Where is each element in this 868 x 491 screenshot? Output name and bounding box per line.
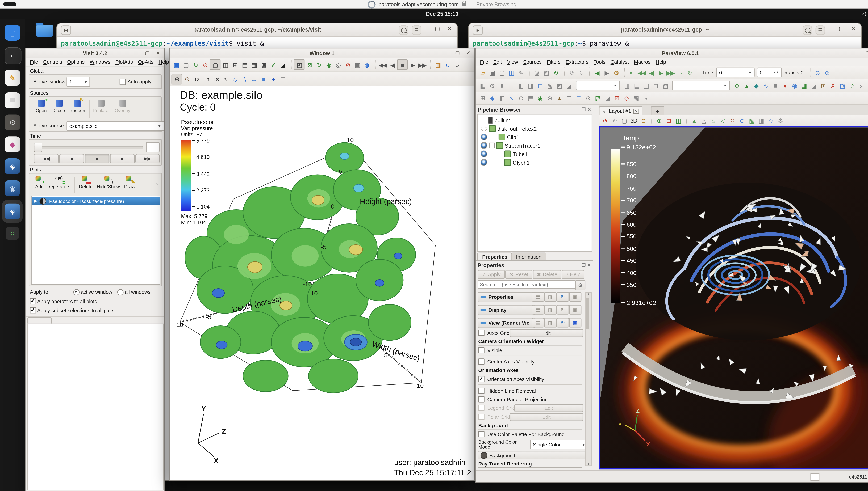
- center-rotation-icon[interactable]: ◨: [756, 116, 766, 125]
- camera-off-icon[interactable]: ⊘: [343, 60, 353, 69]
- search-button[interactable]: [399, 25, 408, 35]
- help-button[interactable]: ?Help: [562, 270, 584, 279]
- menu-controls[interactable]: Controls: [43, 59, 62, 64]
- source-cube-icon[interactable]: ▨: [532, 68, 541, 77]
- save-data-icon[interactable]: ▣: [487, 68, 497, 77]
- rescale-range-icon[interactable]: ⇕: [497, 81, 506, 90]
- save-view-icon[interactable]: ▣: [569, 318, 581, 327]
- plot-list-item-selected[interactable]: ▶ Pseudocolor - Isosurface(pressure): [32, 197, 160, 205]
- close-button[interactable]: ✕: [850, 25, 857, 32]
- home-folder-icon[interactable]: [36, 25, 53, 37]
- dock-icon-visit-active[interactable]: ◈: [4, 203, 20, 219]
- add-glyph-icon[interactable]: ⊕: [732, 81, 741, 90]
- time-prev-frame-button[interactable]: ◀◀: [34, 154, 59, 164]
- save-display-icon[interactable]: ▣: [569, 305, 581, 315]
- representation-combo[interactable]: ▼: [672, 81, 730, 90]
- close-button[interactable]: ✕: [156, 50, 160, 56]
- threshold-icon[interactable]: ≣: [771, 81, 780, 90]
- copy-properties-icon[interactable]: ▤: [532, 292, 544, 301]
- zoom-to-selection-icon[interactable]: ⊕: [822, 68, 832, 77]
- close-button[interactable]: ✕: [446, 25, 453, 32]
- fullframe-globe-icon[interactable]: ◍: [362, 60, 372, 69]
- box-tool-icon[interactable]: ■: [259, 74, 269, 84]
- choose-preset-icon[interactable]: ◩: [554, 81, 564, 90]
- set-view-nx-icon[interactable]: △: [699, 116, 708, 125]
- camera-redo-icon[interactable]: ▶: [602, 68, 611, 77]
- select-points-icon[interactable]: ◇: [621, 93, 631, 103]
- sphere-tool-icon[interactable]: ●: [269, 74, 278, 84]
- menu-tools[interactable]: Tools: [593, 59, 605, 64]
- maximize-button[interactable]: ▢: [837, 25, 845, 32]
- open-source-button[interactable]: + Open: [33, 100, 50, 122]
- paste-display-icon[interactable]: ▥: [544, 305, 557, 315]
- slice-icon[interactable]: ◉: [789, 81, 799, 90]
- layout-4x4-icon[interactable]: ▩: [259, 60, 269, 69]
- float-panel-icon[interactable]: ❐: [582, 107, 586, 112]
- expand-arrow-icon[interactable]: ▶: [34, 199, 37, 203]
- tab-properties[interactable]: Properties: [477, 253, 512, 261]
- show-axes-icon[interactable]: ◪: [564, 81, 573, 90]
- rotate-90cw-icon[interactable]: ◁: [718, 116, 728, 125]
- collapse-icon[interactable]: –: [489, 143, 495, 148]
- zoom-z-mode-icon[interactable]: +z: [192, 74, 201, 84]
- polar-grid-checkbox[interactable]: [478, 414, 484, 420]
- viewer-titlebar[interactable]: Window 1: [170, 49, 474, 58]
- filter-cube-icon[interactable]: ▨: [541, 68, 551, 77]
- rep-points-icon[interactable]: ⊞: [651, 81, 661, 90]
- polar-grid-edit-button[interactable]: Edit: [510, 413, 583, 421]
- maximize-button[interactable]: ▢: [433, 25, 441, 32]
- recenter-view-icon[interactable]: ↻: [314, 60, 324, 69]
- first-frame-icon[interactable]: ⇤: [627, 68, 637, 77]
- visible-checkbox[interactable]: [478, 347, 484, 353]
- time-play-button[interactable]: ▶: [110, 154, 135, 164]
- loop-icon[interactable]: ↻: [685, 68, 694, 77]
- menu-help[interactable]: Help: [656, 59, 666, 64]
- pick-center-icon[interactable]: ◇: [766, 116, 776, 125]
- dock-icon-text-editor[interactable]: ✎: [4, 70, 20, 86]
- toolbar-more-icon[interactable]: »: [641, 93, 650, 103]
- plots-overflow-chevron[interactable]: »: [156, 180, 159, 186]
- open-file-icon[interactable]: ▱: [478, 68, 487, 77]
- reopen-source-button[interactable]: ↻ Reopen: [69, 100, 86, 122]
- close-panel-icon[interactable]: ✕: [587, 107, 591, 112]
- camera-parallel-checkbox[interactable]: [478, 396, 484, 403]
- points-grid-icon[interactable]: ∷: [728, 116, 737, 125]
- scrollbar-thumb[interactable]: [586, 297, 589, 329]
- reset-button[interactable]: ⊘Reset: [505, 270, 532, 279]
- auto-apply-icon[interactable]: ↻: [551, 68, 561, 77]
- rescale-time-icon[interactable]: ◨: [526, 81, 535, 90]
- interact-select-icon[interactable]: ▩: [631, 93, 641, 103]
- bg-mode-combo[interactable]: Single Color▼: [530, 440, 588, 449]
- draw-button[interactable]: ✎ Draw: [121, 176, 138, 193]
- time-value-field[interactable]: [146, 142, 160, 152]
- visibility-on-icon[interactable]: [480, 142, 487, 149]
- all-windows-radio[interactable]: [117, 289, 123, 295]
- time-reverse-play-button[interactable]: ◀: [59, 154, 84, 164]
- active-window-icon[interactable]: ▣: [171, 60, 181, 69]
- reset-display-icon[interactable]: ↻: [557, 305, 569, 315]
- rep-wireframe-icon[interactable]: ◫: [641, 81, 651, 90]
- search-options-gear-icon[interactable]: ⚙: [575, 280, 585, 290]
- background-color-button[interactable]: Background: [478, 451, 586, 459]
- play-reverse-icon[interactable]: ◀: [646, 68, 656, 77]
- pipeline-item-streamtracer1[interactable]: – StreamTracer1: [478, 141, 592, 149]
- camera-save-icon[interactable]: ▣: [353, 60, 362, 69]
- reverse-play-icon[interactable]: ◀: [388, 60, 397, 69]
- layout-tab-active[interactable]: ◱ Layout #1 ✕: [599, 106, 642, 116]
- close-panel-icon[interactable]: ✕: [587, 262, 591, 267]
- save-view-icon[interactable]: ◉: [324, 60, 333, 69]
- gradient-icon[interactable]: ◆: [751, 81, 761, 90]
- menu-button[interactable]: ☰: [816, 25, 825, 35]
- next-frame-icon[interactable]: ▶▶: [417, 60, 427, 69]
- maximize-button[interactable]: ▢: [145, 50, 150, 56]
- cone-glyph-icon[interactable]: ▲: [741, 81, 751, 90]
- terminal-left-headerbar[interactable]: ⊞ paratoolsadmin@e4s2511-gcp: ~/examples…: [57, 23, 457, 37]
- axis-restriction-tool-icon[interactable]: ≣: [278, 74, 288, 84]
- dock-icon-office[interactable]: ▦: [4, 92, 20, 108]
- scroll-up-icon[interactable]: ▲: [587, 292, 590, 296]
- layout-1x2-icon[interactable]: ◫: [221, 60, 230, 69]
- close-layout-icon[interactable]: ✕: [634, 109, 639, 113]
- menu-opatts[interactable]: OpAtts: [138, 59, 153, 64]
- pick-tool-icon[interactable]: ◇: [230, 74, 240, 84]
- transform-icon[interactable]: ◇: [847, 81, 857, 90]
